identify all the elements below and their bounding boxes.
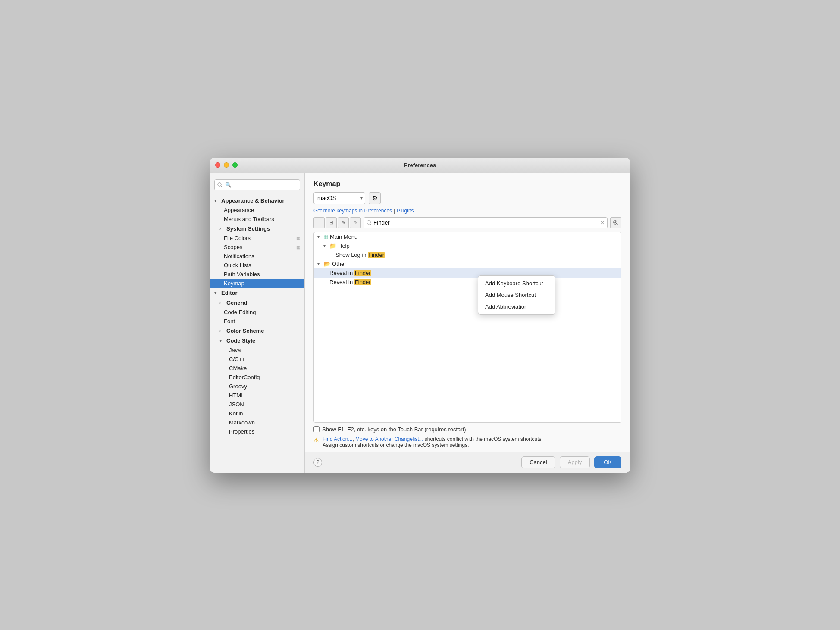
sidebar-item-keymap[interactable]: Keymap — [210, 279, 304, 288]
keymap-tree[interactable]: ▾ ▦ Main Menu ▾ 📁 Help Show Log in Finde… — [313, 232, 621, 423]
sidebar-item-appearance[interactable]: Appearance — [210, 206, 304, 215]
sidebar-item-color-scheme[interactable]: Color Scheme — [210, 326, 304, 336]
chevron-down-icon — [214, 198, 219, 203]
filter-all-button[interactable]: ≡ — [313, 217, 325, 228]
window-title: Preferences — [404, 162, 436, 168]
minimize-button[interactable] — [224, 162, 229, 168]
tree-label-other: Other — [332, 261, 346, 267]
gear-button[interactable]: ⚙ — [369, 192, 381, 204]
sidebar-item-markdown[interactable]: Markdown — [210, 418, 304, 427]
sidebar-item-label: Java — [229, 347, 241, 353]
context-menu-item-abbreviation[interactable]: Add Abbreviation — [478, 301, 555, 312]
plugins-link[interactable]: Plugins — [397, 208, 414, 214]
find-action-link[interactable]: Find Action... — [323, 436, 352, 442]
sidebar-item-label: Notifications — [224, 253, 254, 259]
sidebar-item-general[interactable]: General — [210, 298, 304, 308]
sidebar-item-properties[interactable]: Properties — [210, 427, 304, 436]
move-changelist-link[interactable]: Move to Another Changelist... — [355, 436, 423, 442]
sidebar-item-font[interactable]: Font — [210, 317, 304, 326]
folder-icon: 📁 — [329, 243, 336, 249]
sidebar-item-notifications[interactable]: Notifications — [210, 252, 304, 261]
clear-search-button[interactable]: ✕ — [600, 220, 605, 226]
tree-label-main-menu: Main Menu — [330, 234, 357, 240]
sidebar-item-html[interactable]: HTML — [210, 391, 304, 400]
sidebar-group-label: Appearance & Behavior — [221, 197, 285, 204]
touch-bar-checkbox[interactable] — [313, 426, 320, 432]
chevron-right-icon — [219, 328, 225, 333]
get-more-keymaps-link[interactable]: Get more keymaps in Preferences — [313, 208, 392, 214]
sidebar-item-menus-toolbars[interactable]: Menus and Toolbars — [210, 215, 304, 224]
cancel-button[interactable]: Cancel — [521, 456, 555, 468]
sidebar-item-scopes[interactable]: Scopes ▦ — [210, 243, 304, 252]
sidebar-group-appearance-behavior[interactable]: Appearance & Behavior — [210, 196, 304, 206]
sidebar-item-editorconfig[interactable]: EditorConfig — [210, 373, 304, 382]
separator: | — [394, 208, 395, 214]
main-content: Keymap macOS Windows Linux Eclipse NetBe… — [305, 173, 630, 473]
sidebar-item-cpp[interactable]: C/C++ — [210, 355, 304, 364]
sidebar-item-label: JSON — [229, 401, 244, 408]
sidebar-item-label: Color Scheme — [226, 327, 264, 334]
sidebar-item-file-colors[interactable]: File Colors ▦ — [210, 234, 304, 243]
sidebar-item-label: C/C++ — [229, 356, 245, 362]
chevron-down-icon — [214, 290, 219, 295]
chevron-down-icon: ▾ — [317, 262, 323, 266]
sidebar-item-label: Menus and Toolbars — [224, 216, 274, 222]
plugins-row: Get more keymaps in Preferences | Plugin… — [313, 208, 621, 214]
highlight-finder: Finder — [354, 270, 371, 276]
sidebar-item-label: Markdown — [229, 419, 255, 426]
tree-label-reveal-finder-1: Reveal in Finder — [329, 270, 371, 276]
filter-buttons: ≡ ⊟ ✎ ⚠ — [313, 217, 361, 228]
sidebar-item-system-settings[interactable]: System Settings — [210, 224, 304, 234]
touch-bar-checkbox-row: Show F1, F2, etc. keys on the Touch Bar … — [313, 426, 621, 433]
sidebar-item-path-variables[interactable]: Path Variables — [210, 270, 304, 279]
tree-label-help: Help — [338, 243, 350, 249]
chevron-right-icon — [219, 300, 225, 305]
sidebar-item-label: System Settings — [226, 225, 270, 232]
sidebar-item-label: Keymap — [224, 280, 244, 287]
sidebar-item-quick-lists[interactable]: Quick Lists — [210, 261, 304, 270]
context-menu-item-mouse[interactable]: Add Mouse Shortcut — [478, 289, 555, 301]
sidebar-item-label: File Colors — [224, 235, 251, 241]
tree-row-reveal-finder-2[interactable]: Reveal in Finder — [314, 278, 621, 287]
filter-edit-button[interactable]: ✎ — [338, 217, 349, 228]
maximize-button[interactable] — [232, 162, 238, 168]
sidebar-group-editor[interactable]: Editor — [210, 288, 304, 298]
footer: ? Cancel Apply OK — [305, 452, 630, 473]
search-input-wrapper: ✕ — [364, 217, 608, 228]
sidebar-item-code-editing[interactable]: Code Editing — [210, 308, 304, 317]
ok-button[interactable]: OK — [594, 456, 621, 468]
tree-row-main-menu[interactable]: ▾ ▦ Main Menu — [314, 232, 621, 241]
help-button[interactable]: ? — [313, 458, 322, 467]
touch-bar-label[interactable]: Show F1, F2, etc. keys on the Touch Bar … — [322, 426, 466, 433]
sidebar-item-kotlin[interactable]: Kotlin — [210, 409, 304, 418]
tree-row-show-log[interactable]: Show Log in Finder — [314, 250, 621, 259]
find-action-button[interactable] — [610, 217, 621, 228]
window-body: Appearance & Behavior Appearance Menus a… — [210, 173, 630, 473]
close-button[interactable] — [215, 162, 220, 168]
warning-row: ⚠ Find Action..., Move to Another Change… — [313, 436, 621, 448]
context-menu-item-keyboard[interactable]: Add Keyboard Shortcut — [478, 278, 555, 289]
filter-modified-button[interactable]: ⊟ — [326, 217, 337, 228]
sidebar-item-json[interactable]: JSON — [210, 400, 304, 409]
apply-button[interactable]: Apply — [560, 456, 590, 468]
svg-line-1 — [370, 224, 371, 225]
warning-icon: ⚠ — [313, 437, 319, 443]
tree-row-reveal-finder-1[interactable]: Reveal in Finder — [314, 268, 621, 278]
sidebar-search-wrapper[interactable] — [210, 177, 304, 193]
sidebar-item-label: EditorConfig — [229, 374, 260, 380]
grid-icon: ▦ — [323, 234, 328, 240]
sidebar-item-groovy[interactable]: Groovy — [210, 382, 304, 391]
main-header: Keymap macOS Windows Linux Eclipse NetBe… — [305, 173, 630, 217]
keymap-dropdown[interactable]: macOS Windows Linux Eclipse NetBeans Vis… — [313, 192, 365, 204]
sidebar-item-java[interactable]: Java — [210, 346, 304, 355]
filter-conflict-button[interactable]: ⚠ — [350, 217, 361, 228]
tree-label-show-log: Show Log in Finder — [335, 252, 385, 258]
sidebar-search-input[interactable] — [214, 179, 300, 190]
search-input[interactable] — [373, 219, 599, 226]
warning-text: Find Action..., Move to Another Changeli… — [323, 436, 543, 448]
tree-row-other[interactable]: ▾ 📂 Other — [314, 259, 621, 268]
sidebar-item-code-style[interactable]: Code Style — [210, 336, 304, 346]
sidebar-item-label: Path Variables — [224, 271, 260, 278]
sidebar-item-cmake[interactable]: CMake — [210, 364, 304, 373]
tree-row-help[interactable]: ▾ 📁 Help — [314, 241, 621, 250]
